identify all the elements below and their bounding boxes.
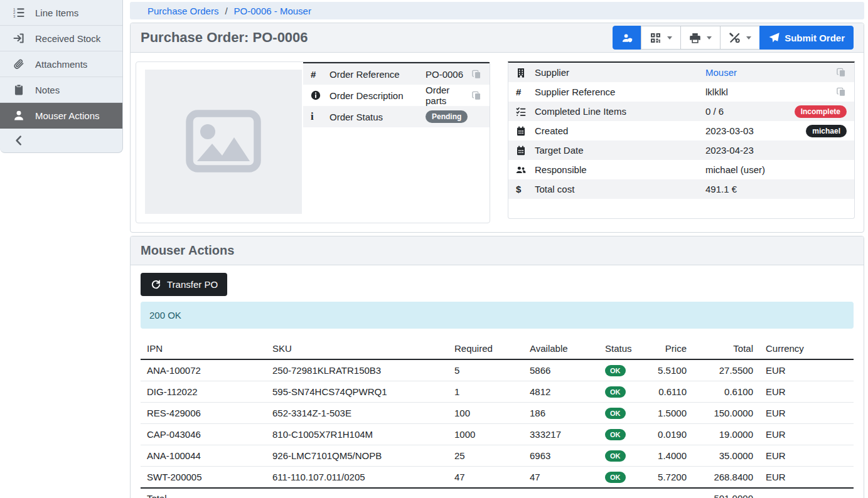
cell-currency: EUR	[759, 467, 854, 489]
sidebar-item-label: Notes	[35, 85, 60, 95]
button-label: Submit Order	[785, 33, 845, 43]
sidebar-item-received-stock[interactable]: Received Stock	[0, 26, 122, 51]
footer-empty-cell	[523, 488, 599, 498]
ok-status-badge: OK	[605, 450, 626, 462]
detail-label: Completed Line Items	[535, 106, 705, 117]
supplier-link[interactable]: Mouser	[705, 67, 737, 78]
cell-status: OK	[599, 445, 641, 467]
copy-icon[interactable]	[835, 87, 847, 98]
detail-label: Order Description	[330, 90, 426, 101]
detail-row-created: Created2023-03-03michael	[508, 121, 854, 140]
cell-required: 25	[448, 445, 523, 467]
calendar-icon	[516, 145, 535, 156]
detail-label: Target Date	[535, 145, 705, 156]
cell-available: 5866	[523, 359, 599, 381]
print-actions-button[interactable]	[680, 26, 721, 50]
po-panel-body: #Order ReferencePO-0006Order Description…	[131, 53, 864, 232]
order-actions-button[interactable]	[720, 26, 760, 50]
cell-price: 1.4000	[641, 445, 693, 467]
footer-empty-cell	[641, 488, 693, 498]
sidebar-menu: 123Line ItemsReceived StockAttachmentsNo…	[0, 0, 123, 153]
cell-total: 27.5500	[693, 359, 759, 381]
submit-order-button[interactable]: Submit Order	[759, 26, 854, 50]
column-header-available: Available	[523, 340, 599, 359]
cell-status: OK	[599, 403, 641, 424]
sidebar-item-label: Mouser Actions	[35, 110, 100, 121]
cell-required: 1000	[448, 424, 523, 445]
cell-sku: 611-110.107.011/0205	[266, 467, 448, 489]
tools-icon	[729, 32, 740, 43]
info-icon: i	[311, 111, 330, 122]
line-item-row: CAP-043046810-C1005X7R1H104M1000333217OK…	[141, 424, 854, 445]
detail-label: Created	[535, 125, 705, 136]
barcode-actions-button[interactable]	[641, 26, 681, 50]
cell-sku: 810-C1005X7R1H104M	[266, 424, 448, 445]
breadcrumb-link-purchase-orders[interactable]: Purchase Orders	[147, 6, 218, 16]
transfer-po-label: Transfer PO	[167, 279, 218, 290]
cell-status: OK	[599, 359, 641, 381]
cell-currency: EUR	[759, 381, 854, 403]
copy-icon[interactable]	[471, 68, 482, 80]
po-toolbar: Submit Order	[613, 26, 854, 50]
transfer-po-button[interactable]: Transfer PO	[141, 273, 227, 296]
detail-value: 2023-03-03	[705, 125, 806, 136]
column-header-required: Required	[448, 340, 523, 359]
cell-ipn: CAP-043046	[141, 424, 266, 445]
cell-price: 5.7200	[641, 467, 693, 489]
footer-empty-cell	[266, 488, 448, 498]
user-roles-button[interactable]	[613, 26, 641, 50]
copy-icon[interactable]	[835, 67, 847, 78]
sidebar-item-mouser-actions[interactable]: Mouser Actions	[0, 103, 122, 129]
sidebar-item-notes[interactable]: Notes	[0, 77, 122, 103]
order-details-table: #Order ReferencePO-0006Order Description…	[303, 62, 490, 127]
cell-ipn: DIG-112022	[141, 381, 266, 403]
user-icon	[13, 110, 24, 121]
cell-available: 4812	[523, 381, 599, 403]
sidebar-item-line-items[interactable]: 123Line Items	[0, 0, 122, 26]
sidebar-item-label: Line Items	[35, 8, 78, 18]
detail-value: PO-0006	[426, 69, 471, 80]
line-table-header-row: IPNSKURequiredAvailableStatusPriceTotalC…	[141, 340, 854, 359]
cell-ipn: ANA-100044	[141, 445, 266, 467]
detail-row-order-reference: #Order ReferencePO-0006	[303, 63, 490, 85]
cell-ipn: ANA-100072	[141, 359, 266, 381]
line-item-row: RES-429006652-3314Z-1-503E100186OK1.5000…	[141, 403, 854, 424]
user-shield-icon	[621, 32, 633, 43]
purchase-order-panel: Purchase Order: PO-0006 Submit Order	[130, 23, 864, 233]
cell-required: 100	[448, 403, 523, 424]
sign-in-icon	[13, 33, 24, 44]
cell-status: OK	[599, 467, 641, 489]
detail-row-target-date: Target Date2023-04-23	[508, 140, 854, 160]
detail-label: Supplier	[535, 67, 705, 78]
sidebar-collapse-button[interactable]	[0, 129, 122, 152]
actions-panel-body: Transfer PO 200 OK IPNSKURequiredAvailab…	[131, 265, 864, 498]
footer-empty-cell	[599, 488, 641, 498]
status-badge: Pending	[426, 110, 468, 123]
copy-icon[interactable]	[471, 90, 482, 101]
info-circle-icon	[311, 90, 330, 101]
qrcode-icon	[650, 32, 661, 43]
detail-row-responsible: Responsiblemichael (user)	[508, 160, 854, 179]
cell-currency: EUR	[759, 424, 854, 445]
clipboard-icon	[13, 84, 24, 95]
cell-available: 333217	[523, 424, 599, 445]
rotate-icon	[150, 279, 161, 290]
column-header-total: Total	[693, 340, 759, 359]
page-title: Purchase Order: PO-0006	[141, 29, 308, 46]
mouser-actions-panel: Mouser Actions Transfer PO 200 OK IPNSKU…	[130, 236, 864, 498]
column-header-status: Status	[599, 340, 641, 359]
list-check-icon	[516, 106, 535, 117]
cell-currency: EUR	[759, 445, 854, 467]
column-header-sku: SKU	[266, 340, 448, 359]
image-placeholder-icon	[186, 110, 261, 174]
sidebar-item-attachments[interactable]: Attachments	[0, 51, 122, 77]
breadcrumb-link-po-0006-mouser[interactable]: PO-0006 - Mouser	[234, 6, 311, 16]
breadcrumb-separator: /	[225, 6, 227, 16]
line-table-footer-row: Total501.0000	[141, 488, 854, 498]
detail-value: 2023-04-23	[705, 145, 847, 156]
footer-total-label: Total	[141, 488, 266, 498]
cell-sku: 250-72981KLRATR150B3	[266, 359, 448, 381]
caret-down-icon	[667, 36, 672, 40]
sidebar-item-label: Attachments	[35, 59, 87, 70]
line-item-row: DIG-112022595-SN74HCS74QPWRQ114812OK0.61…	[141, 381, 854, 403]
